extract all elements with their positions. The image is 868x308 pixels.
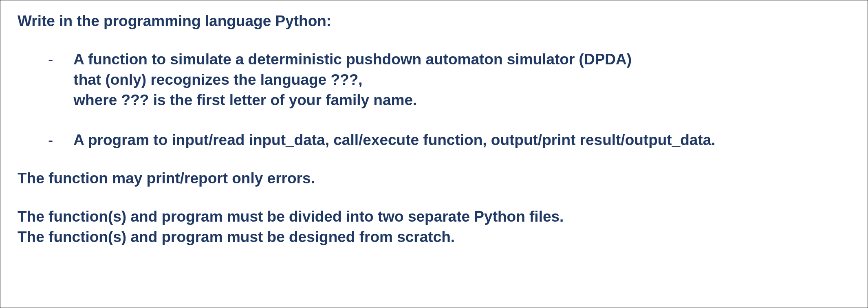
bullet-list: - A function to simulate a deterministic… xyxy=(48,49,850,150)
note-text: The function may print/report only error… xyxy=(18,170,850,187)
closing-text: The function(s) and program must be divi… xyxy=(18,207,850,247)
bullet-content-2: A program to input/read input_data, call… xyxy=(73,130,715,150)
bullet-item-1: - A function to simulate a deterministic… xyxy=(48,49,850,110)
intro-text: Write in the programming language Python… xyxy=(18,13,850,30)
bullet-dash: - xyxy=(48,130,53,150)
closing-line-1: The function(s) and program must be divi… xyxy=(18,207,850,227)
bullet-content-1: A function to simulate a deterministic p… xyxy=(73,49,632,110)
bullet-1-line-1: A function to simulate a deterministic p… xyxy=(73,51,632,68)
closing-line-2: The function(s) and program must be desi… xyxy=(18,227,850,247)
bullet-item-2: - A program to input/read input_data, ca… xyxy=(48,130,850,150)
bullet-dash: - xyxy=(48,49,53,70)
bullet-2-line-1: A program to input/read input_data, call… xyxy=(73,132,715,148)
bullet-1-line-3: where ??? is the first letter of your fa… xyxy=(73,92,417,108)
bullet-1-line-2: that (only) recognizes the language ???, xyxy=(73,71,362,88)
